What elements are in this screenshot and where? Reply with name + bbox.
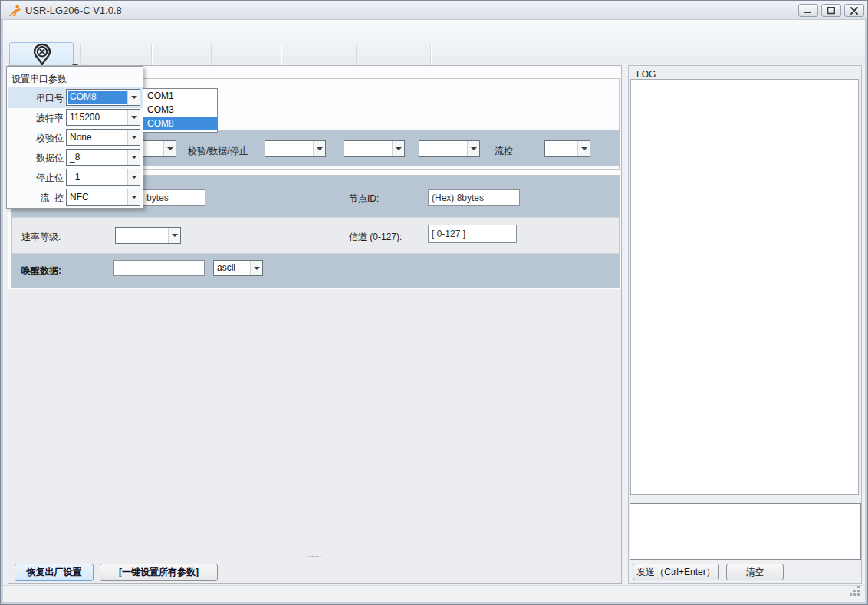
data-bits-select[interactable]: _8 bbox=[66, 149, 140, 166]
stop-bits-select[interactable]: _1 bbox=[66, 169, 140, 186]
node-id-input[interactable] bbox=[428, 189, 520, 206]
stop-bits-combo[interactable] bbox=[419, 140, 480, 157]
wake-data-input[interactable] bbox=[113, 260, 205, 276]
parity-data-stop-label: 校验/数据/停止 bbox=[188, 145, 248, 158]
baud-label: 波特率 bbox=[8, 112, 64, 125]
flow-label: 流 控 bbox=[8, 192, 64, 205]
data-bits-label: 数据位 bbox=[8, 152, 64, 165]
stop-bits-label: 停止位 bbox=[8, 172, 64, 185]
statusbar bbox=[3, 585, 865, 602]
serial-settings-popup: 设置串口参数 串口号 COM8 波特率 115200 校验位 None 数据位 … bbox=[6, 66, 143, 209]
port-option-com1[interactable]: COM1 bbox=[143, 89, 217, 103]
wake-encoding-value: ascii bbox=[217, 262, 235, 273]
chevron-down-icon[interactable] bbox=[127, 169, 140, 185]
port-combo[interactable]: COM8 bbox=[66, 89, 140, 106]
parity-select[interactable]: None bbox=[66, 129, 140, 146]
port-dropdown-list: COM1 COM3 COM8 bbox=[143, 88, 218, 133]
chevron-down-icon bbox=[168, 228, 180, 243]
chevron-down-icon[interactable] bbox=[127, 110, 140, 125]
baud-combo[interactable]: 115200 bbox=[66, 109, 140, 126]
resize-grip-icon[interactable] bbox=[850, 586, 860, 600]
flow-value: NFC bbox=[70, 192, 89, 202]
chevron-down-icon bbox=[577, 141, 590, 156]
rate-level-label: 速率等级: bbox=[21, 231, 61, 244]
window-title: USR-LG206-C V1.0.8 bbox=[25, 5, 122, 16]
wake-data-row bbox=[12, 254, 619, 288]
log-splitter-handle[interactable]: ....... bbox=[713, 495, 774, 503]
chevron-down-icon[interactable] bbox=[127, 189, 140, 205]
port-label: 串口号 bbox=[8, 92, 64, 105]
node-id-label: 节点ID: bbox=[349, 192, 379, 206]
port-option-com3[interactable]: COM3 bbox=[143, 103, 217, 117]
chevron-down-icon[interactable] bbox=[127, 90, 140, 105]
chevron-down-icon bbox=[467, 141, 479, 156]
port-value: COM8 bbox=[68, 91, 127, 104]
channel-input[interactable] bbox=[428, 225, 517, 243]
app-window: USR-LG206-C V1.0.8 打开串口 进入配置状态 bbox=[0, 0, 868, 605]
wake-encoding-combo[interactable]: ascii bbox=[213, 260, 263, 276]
baud-value: 115200 bbox=[70, 112, 100, 123]
app-logo-icon bbox=[8, 5, 21, 20]
parity-value: None bbox=[70, 132, 92, 143]
channel-label: 信道 (0-127): bbox=[349, 231, 402, 244]
titlebar: USR-LG206-C V1.0.8 bbox=[1, 1, 867, 20]
log-title: LOG bbox=[636, 69, 656, 80]
chevron-down-icon bbox=[392, 141, 404, 156]
flow-control-combo[interactable] bbox=[544, 140, 590, 157]
maximize-button[interactable] bbox=[821, 4, 841, 17]
chevron-down-icon[interactable] bbox=[127, 150, 140, 165]
config-lower-area bbox=[8, 289, 621, 583]
wake-data-label: 唤醒数据: bbox=[21, 265, 61, 278]
clear-button[interactable]: 清空 bbox=[726, 564, 784, 580]
data-bits-combo[interactable] bbox=[344, 140, 405, 157]
parity-label: 校验位 bbox=[8, 132, 64, 145]
parity-combo[interactable] bbox=[265, 140, 326, 157]
log-output-area[interactable] bbox=[630, 79, 859, 495]
send-button[interactable]: 发送（Ctrl+Enter） bbox=[633, 564, 719, 580]
flow-select[interactable]: NFC bbox=[66, 189, 140, 206]
chevron-down-icon bbox=[313, 141, 325, 156]
send-input-area[interactable] bbox=[630, 503, 861, 560]
flow-control-label: 流控 bbox=[495, 145, 513, 158]
chevron-down-icon bbox=[250, 261, 262, 275]
port-option-com8[interactable]: COM8 bbox=[143, 117, 217, 130]
data-bits-value: _8 bbox=[70, 152, 80, 163]
serial-popup-title: 设置串口参数 bbox=[12, 73, 67, 86]
stop-bits-value: _1 bbox=[70, 172, 80, 182]
toolbar: 打开串口 进入配置状态 读取参数 bbox=[3, 20, 865, 64]
rate-channel-row bbox=[12, 217, 619, 254]
factory-reset-button[interactable]: 恢复出厂设置 bbox=[15, 564, 94, 581]
set-all-params-button[interactable]: [一键设置所有参数] bbox=[100, 564, 218, 581]
chevron-down-icon bbox=[163, 141, 176, 156]
minimize-button[interactable] bbox=[798, 4, 818, 17]
chevron-down-icon[interactable] bbox=[127, 130, 140, 145]
main-splitter-handle[interactable]: ...... bbox=[291, 551, 337, 558]
close-button[interactable] bbox=[844, 4, 864, 17]
rate-level-combo[interactable] bbox=[115, 227, 181, 244]
